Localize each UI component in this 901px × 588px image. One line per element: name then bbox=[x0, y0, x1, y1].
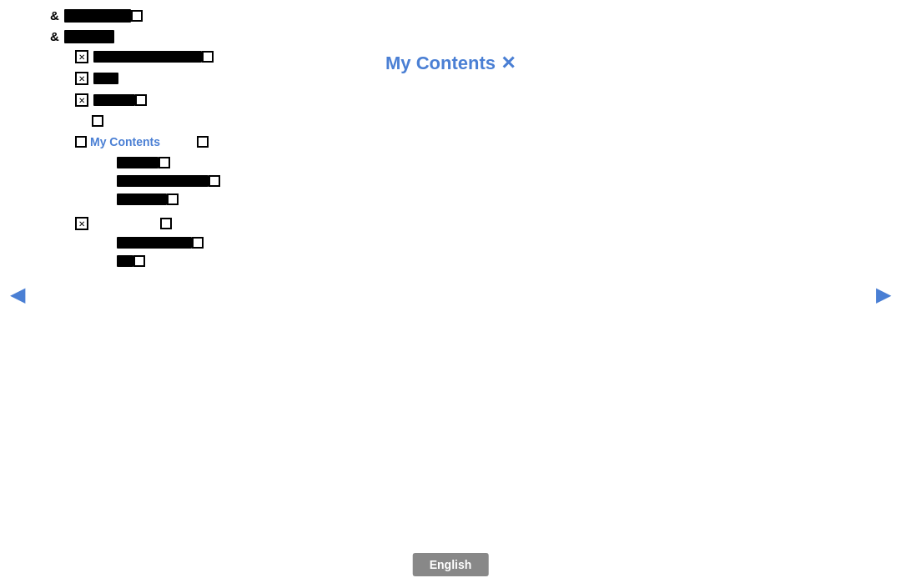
section2-child-2[interactable] bbox=[117, 255, 317, 267]
sub-label-1 bbox=[93, 51, 202, 63]
my-contents-section: My Contents bbox=[75, 135, 317, 205]
checkbox-s2[interactable] bbox=[75, 217, 88, 230]
sub-nav: My Contents bbox=[75, 50, 317, 267]
checkbox-1[interactable] bbox=[75, 50, 88, 63]
nav-block-1 bbox=[64, 9, 131, 23]
mc-child-label-1 bbox=[117, 157, 159, 168]
nav-block-2 bbox=[64, 30, 114, 43]
x-icon-top-1 bbox=[131, 10, 143, 22]
left-nav: & & bbox=[50, 8, 317, 279]
checkbox-2[interactable] bbox=[75, 72, 88, 85]
section2-child-1[interactable] bbox=[117, 237, 317, 249]
x-icon-s2-child-1 bbox=[192, 237, 204, 249]
x-icon-3 bbox=[135, 94, 147, 106]
ampersand-2: & bbox=[50, 29, 59, 43]
sub-nav-item-2[interactable] bbox=[75, 72, 317, 85]
x-icon-mc-child-2 bbox=[209, 175, 220, 187]
mc-child-2[interactable] bbox=[117, 175, 317, 187]
title-text: My Contents bbox=[385, 53, 496, 74]
sub-label-2 bbox=[93, 73, 118, 84]
my-contents-header[interactable]: My Contents bbox=[75, 135, 317, 148]
title-icon: ✕ bbox=[501, 53, 516, 74]
language-button[interactable]: English bbox=[413, 553, 489, 576]
sub-nav-item-4[interactable] bbox=[92, 115, 317, 127]
section2 bbox=[75, 217, 317, 267]
x-icon-mc bbox=[75, 136, 87, 148]
x-icon-1 bbox=[202, 51, 214, 63]
sub-nav-item-3[interactable] bbox=[75, 93, 317, 107]
s2-child-label-2 bbox=[117, 255, 133, 267]
top-nav-item-1[interactable]: & bbox=[50, 8, 317, 23]
mc-children bbox=[117, 157, 317, 205]
section2-header[interactable] bbox=[75, 217, 317, 230]
checkbox-3[interactable] bbox=[75, 93, 88, 107]
x-icon-mc-child-1 bbox=[159, 157, 170, 168]
x-icon-s2 bbox=[160, 218, 172, 229]
top-nav-item-2[interactable]: & bbox=[50, 29, 317, 43]
mc-child-label-2 bbox=[117, 175, 209, 187]
page-wrapper: ◀ ▶ My Contents ✕ & & bbox=[0, 0, 901, 588]
sub-nav-item-1[interactable] bbox=[75, 50, 317, 63]
x-icon-mc2 bbox=[197, 136, 209, 148]
x-icon-mc-child-3 bbox=[167, 193, 179, 205]
sub-label-3 bbox=[93, 94, 135, 106]
section2-children bbox=[117, 237, 317, 267]
page-title: My Contents ✕ bbox=[385, 53, 516, 74]
nav-arrow-right[interactable]: ▶ bbox=[876, 283, 891, 306]
mc-child-1[interactable] bbox=[117, 157, 317, 168]
ampersand-1: & bbox=[50, 8, 59, 23]
my-contents-link[interactable]: My Contents bbox=[90, 135, 160, 148]
nav-arrow-left[interactable]: ◀ bbox=[10, 283, 25, 306]
x-icon-s2-child-2 bbox=[133, 255, 145, 267]
s2-child-label-1 bbox=[117, 237, 192, 249]
mc-child-3[interactable] bbox=[117, 193, 317, 205]
mc-child-label-3 bbox=[117, 193, 167, 205]
x-icon-4 bbox=[92, 115, 103, 127]
